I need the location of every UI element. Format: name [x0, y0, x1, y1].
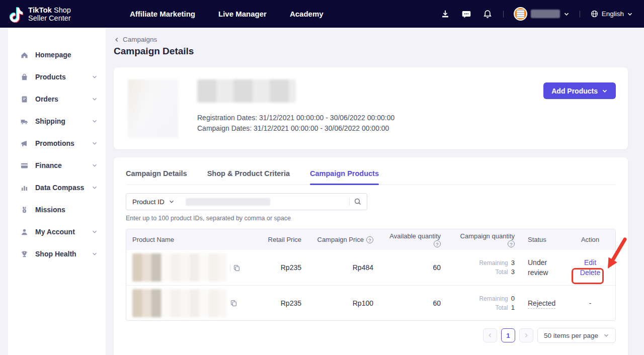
help-icon[interactable]: ?	[366, 236, 373, 243]
page-size-select[interactable]: 50 items per page	[537, 328, 616, 343]
nav-live-manager[interactable]: Live Manager	[218, 10, 267, 18]
download-icon[interactable]	[440, 9, 451, 20]
sidebar-item-shop-health[interactable]: Shop Health	[8, 243, 106, 265]
breadcrumb-label: Campaigns	[123, 36, 157, 43]
registration-dates: Registration Dates: 31/12/2021 00:00:00 …	[197, 113, 616, 123]
delete-link[interactable]: Delete	[580, 269, 600, 277]
sidebar-item-orders[interactable]: Orders	[8, 88, 106, 110]
search-input-redacted[interactable]	[186, 198, 270, 206]
tab-shop-product-criteria[interactable]: Shop & Product Criteria	[207, 169, 290, 185]
col-action: Action	[564, 235, 616, 243]
search-filter-dropdown[interactable]: Product ID	[132, 198, 175, 206]
nav-affiliate-marketing[interactable]: Affiliate Marketing	[130, 10, 195, 18]
sidebar-item-my-account[interactable]: My Account	[8, 221, 106, 243]
chevron-down-icon	[92, 185, 98, 191]
document-icon	[20, 95, 29, 104]
retail-price: Rp235	[252, 299, 307, 307]
nav-academy[interactable]: Academy	[290, 10, 324, 18]
chevron-down-icon	[602, 88, 608, 94]
account-name-redacted	[531, 10, 560, 18]
table-header-row: Product Name Retail Price Campaign Price…	[126, 229, 615, 250]
edit-link[interactable]: Edit	[584, 258, 596, 267]
campaign-quantity: Remaining0 Total1	[447, 294, 521, 312]
divider	[503, 11, 504, 18]
chevron-down-icon	[92, 162, 98, 168]
chevron-down-icon	[169, 199, 175, 205]
copy-icon[interactable]	[233, 264, 240, 272]
col-retail-price: Retail Price	[252, 235, 307, 243]
chevron-down-icon	[92, 118, 98, 124]
campaign-summary-card: Registration Dates: 31/12/2021 00:00:00 …	[114, 67, 628, 149]
available-quantity: 60	[379, 299, 447, 307]
next-page-button[interactable]	[519, 328, 533, 342]
page-title: Campaign Details	[114, 46, 628, 57]
no-action: -	[589, 299, 592, 307]
language-selector[interactable]: English	[590, 10, 633, 18]
available-quantity: 60	[379, 263, 447, 272]
help-icon[interactable]: ?	[434, 240, 441, 247]
table-row: Rp235 Rp100 60 Remaining0 Total1 Rejecte…	[126, 285, 615, 320]
back-chevron-icon	[114, 37, 120, 43]
col-campaign-price: Campaign Price?	[307, 235, 379, 243]
chevron-down-icon	[92, 251, 98, 257]
sidebar-item-missions[interactable]: Missions	[8, 199, 106, 221]
campaign-dates: Campaign Dates: 31/12/2021 00:00:00 - 30…	[197, 123, 616, 134]
col-available-quantity: Available quantity?	[379, 232, 447, 248]
campaign-price: Rp484	[307, 263, 379, 272]
avatar	[514, 7, 527, 21]
chevron-down-icon	[92, 74, 98, 80]
top-nav: Affiliate Marketing Live Manager Academy	[130, 10, 324, 18]
col-status: Status	[521, 235, 564, 243]
tiktok-note-icon	[9, 6, 24, 23]
search-icon[interactable]	[354, 198, 362, 206]
status-badge: Rejected	[521, 298, 564, 308]
help-icon[interactable]: ?	[508, 240, 515, 247]
col-product-name: Product Name	[126, 235, 252, 243]
chevron-down-icon	[564, 11, 570, 17]
action-cell: Edit Delete	[564, 258, 616, 277]
credit-card-icon	[20, 161, 29, 170]
search-hint: Enter up to 100 product IDs, separated b…	[126, 215, 616, 222]
tab-campaign-details[interactable]: Campaign Details	[126, 169, 187, 185]
tab-campaign-products[interactable]: Campaign Products	[310, 169, 379, 185]
products-table: Product Name Retail Price Campaign Price…	[126, 229, 616, 321]
chat-icon[interactable]	[461, 9, 472, 20]
copy-icon[interactable]	[230, 299, 237, 307]
account-menu[interactable]	[514, 7, 570, 21]
trophy-icon	[20, 250, 29, 258]
language-label: English	[602, 10, 624, 18]
chevron-down-icon	[92, 229, 98, 235]
sidebar-item-promotions[interactable]: Promotions	[8, 132, 106, 154]
sidebar: Homepage Products Orders Shipping Promot…	[8, 28, 106, 355]
sidebar-item-data-compass[interactable]: Data Compass	[8, 176, 106, 199]
table-row: Rp235 Rp484 60 Remaining3 Total3 Under r…	[126, 250, 615, 285]
sidebar-item-homepage[interactable]: Homepage	[8, 44, 106, 66]
sidebar-item-finance[interactable]: Finance	[8, 154, 106, 176]
product-cell	[126, 289, 252, 317]
tabs: Campaign Details Shop & Product Criteria…	[126, 157, 616, 185]
campaign-image-redacted	[128, 79, 178, 138]
chevron-down-icon	[603, 332, 609, 338]
page-number-button[interactable]: 1	[501, 328, 515, 342]
tiktok-shop-logo[interactable]: TikTok Shop Seller Center	[9, 6, 119, 23]
bag-icon	[20, 73, 29, 81]
add-products-button[interactable]: Add Products	[543, 82, 616, 99]
breadcrumb[interactable]: Campaigns	[114, 36, 628, 43]
product-cell	[126, 253, 252, 282]
divider	[349, 198, 350, 206]
chevron-down-icon	[92, 96, 98, 102]
pagination: 1 50 items per page	[126, 328, 616, 343]
logo-text: TikTok Shop Seller Center	[28, 6, 71, 22]
bell-icon[interactable]	[482, 9, 493, 20]
divider	[580, 11, 580, 18]
chevron-down-icon	[627, 11, 633, 17]
status-badge: Under review	[521, 257, 564, 278]
sidebar-item-products[interactable]: Products	[8, 66, 106, 88]
sidebar-item-shipping[interactable]: Shipping	[8, 110, 106, 132]
prev-page-button[interactable]	[483, 328, 497, 342]
megaphone-icon	[20, 139, 29, 148]
divider	[230, 264, 230, 272]
campaign-details-card: Campaign Details Shop & Product Criteria…	[114, 157, 628, 355]
product-thumbnail-redacted	[132, 289, 227, 317]
chevron-down-icon	[92, 140, 98, 146]
